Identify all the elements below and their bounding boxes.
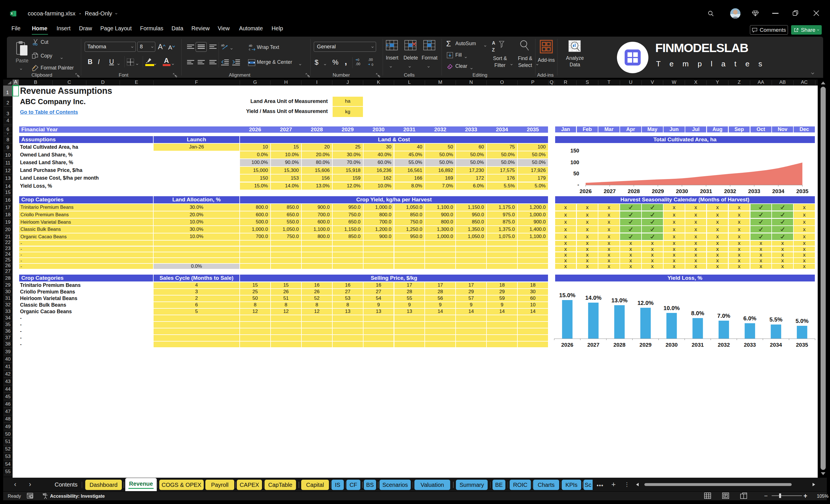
svg-text:.00: .00 <box>355 62 360 66</box>
svg-text:A: A <box>492 41 496 45</box>
svg-text:ab: ab <box>249 44 252 47</box>
svg-text:.00: .00 <box>368 58 373 62</box>
svg-text:0: 0 <box>357 58 359 62</box>
svg-text:c: c <box>249 48 251 51</box>
svg-text:Z: Z <box>492 48 495 52</box>
svg-text:X: X <box>11 12 13 15</box>
svg-text:ab: ab <box>221 43 225 47</box>
svg-text:0: 0 <box>372 63 373 66</box>
